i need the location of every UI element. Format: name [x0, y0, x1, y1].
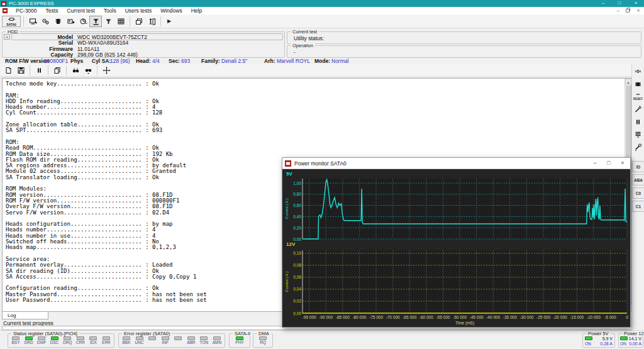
list-menu-button[interactable] [633, 129, 644, 140]
power-monitor-titlebar[interactable]: Power monitor SATA0 – □ × [282, 158, 630, 169]
sidebar-tab-aba[interactable]: ABA [632, 174, 644, 186]
menubar: PC-3000 Tests Current test Tools Users t… [0, 7, 644, 14]
close-icon[interactable]: × [628, 0, 644, 7]
close-icon[interactable]: × [616, 158, 630, 169]
new-report-button[interactable] [2, 65, 14, 76]
windows-cascade-button[interactable] [133, 16, 145, 27]
menu-users-tests[interactable]: Users tests [121, 7, 157, 14]
menu-tests[interactable]: Tests [42, 7, 63, 14]
pie-icon [79, 18, 87, 25]
pause-side-button[interactable] [633, 116, 644, 127]
copy-button[interactable] [51, 65, 64, 76]
power-5v-voltage: 5,9 V [602, 336, 613, 341]
mdi-restore-icon[interactable] [624, 8, 633, 14]
hdd-row-capacity: Capacity 298,09 GB (625 142 448) [3, 52, 284, 58]
sector-map-button[interactable] [114, 16, 127, 27]
svg-text:-70 000: -70 000 [386, 315, 400, 319]
filter-button[interactable] [102, 16, 114, 27]
svg-text:0,04: 0,04 [293, 287, 301, 291]
menu-help[interactable]: Help [187, 7, 206, 14]
chart-5v-title: 5V [286, 171, 292, 177]
resources-button[interactable] [39, 16, 52, 27]
log-toolbar [0, 64, 631, 77]
svg-text:-20 000: -20 000 [553, 315, 567, 319]
led-amn: AMN [212, 336, 222, 345]
rom-fw-value: 000800F1 [44, 58, 68, 64]
svg-text:-55 000: -55 000 [436, 315, 450, 319]
minimize-icon[interactable]: – [588, 158, 602, 169]
log-tab[interactable]: Log [2, 312, 48, 319]
power-5v-current: 0,28 A [600, 341, 613, 346]
power-12v-led [620, 336, 628, 340]
operation-legend: Operation [291, 43, 315, 48]
svg-text:Current ( A ): Current ( A ) [285, 272, 289, 292]
svg-text:-60 000: -60 000 [419, 315, 433, 319]
utility-extended-button[interactable] [89, 16, 102, 27]
settings-tool-button[interactable] [633, 141, 644, 152]
sata-connector-icon [8, 16, 16, 23]
dma-group: DMA RQ [253, 333, 273, 348]
arh-label: Arh: [264, 58, 275, 64]
sata0-port-button[interactable]: SATA0 [2, 16, 21, 27]
sidebar-tab-c1[interactable]: C1 [632, 201, 644, 212]
disk-view-button[interactable] [77, 16, 89, 27]
arh-value: Marvell ROYL [277, 58, 310, 64]
cyl-sa-value: 128 (96) [110, 58, 130, 64]
search-next-button[interactable] [82, 65, 94, 76]
right-sidebar: ›0‹ RESET ID ABA C0 C1 [631, 64, 644, 330]
chip-test-button[interactable] [52, 16, 64, 27]
mdi-child-icon[interactable] [3, 8, 8, 13]
svg-text:-10 000: -10 000 [587, 315, 601, 319]
minimize-icon[interactable]: – [595, 0, 611, 7]
pause-button[interactable] [33, 65, 45, 76]
menu-pc3000[interactable]: PC-3000 [11, 7, 42, 14]
current-test-legend: Current test [291, 29, 319, 35]
head-value: 4/4 [152, 58, 160, 64]
reset-button[interactable]: RESET [633, 91, 644, 102]
mdi-close-icon[interactable]: × [634, 8, 643, 14]
search-button[interactable] [69, 65, 82, 76]
chip-icon [54, 18, 62, 25]
scroll-up-icon[interactable]: ▲ [625, 79, 631, 85]
svg-text:-85 000: -85 000 [336, 315, 350, 319]
hdd-utility-button[interactable] [26, 16, 39, 27]
hdd-select-button[interactable]: ▪ [4, 34, 10, 40]
led-rq: RQ [258, 336, 268, 345]
svg-text:-50 000: -50 000 [453, 315, 467, 319]
move-crosshair-icon [103, 67, 111, 74]
sidebar-tab-id[interactable]: ID [632, 161, 644, 172]
svg-text:0,00: 0,00 [293, 237, 301, 241]
navigate-button[interactable] [100, 65, 113, 76]
binoculars-icon [72, 67, 80, 74]
error-register-group: Error register (SATA0) BBK UNC INF ABR T… [118, 333, 225, 348]
pc3000-express-window: PC-3000 EXPRESS – □ × PC-3000 Tests Curr… [0, 0, 644, 349]
menu-current-test[interactable]: Current test [62, 7, 99, 14]
titlebar[interactable]: PC-3000 EXPRESS – □ × [0, 0, 644, 7]
exit-button[interactable] [145, 16, 158, 27]
exit-door-icon [148, 18, 156, 25]
maximize-icon[interactable]: □ [602, 158, 616, 169]
maximize-icon[interactable]: □ [611, 0, 628, 7]
modules-button[interactable] [64, 16, 77, 27]
svg-text:-75 000: -75 000 [369, 315, 383, 319]
family-label: Family: [201, 58, 220, 64]
chip-mode-button[interactable] [633, 79, 644, 89]
funnel-base-icon [92, 18, 100, 25]
power-zero-button[interactable]: ›0‹ [633, 66, 644, 77]
save-log-button[interactable] [14, 65, 27, 76]
toolbar-overflow-icon[interactable]: ▶ [164, 18, 175, 24]
sata-group: SATA-II PHY [229, 333, 250, 348]
sidebar-tab-c0[interactable]: C0 [632, 187, 644, 199]
power-12v-voltage: 14,1 V [629, 336, 641, 341]
reset-label: RESET [633, 97, 643, 101]
svg-text:-35 000: -35 000 [503, 315, 517, 319]
menu-tools[interactable]: Tools [99, 7, 121, 14]
toolbar-separator [66, 65, 67, 75]
led-blank1 [147, 336, 157, 345]
pause-icon [634, 118, 642, 126]
soldering-tool-button[interactable] [633, 104, 644, 114]
mdi-minimize-icon[interactable]: – [614, 8, 623, 14]
menu-windows[interactable]: Windows [156, 7, 186, 14]
scroll-thumb[interactable] [626, 86, 631, 161]
toolbar-separator [130, 16, 130, 26]
